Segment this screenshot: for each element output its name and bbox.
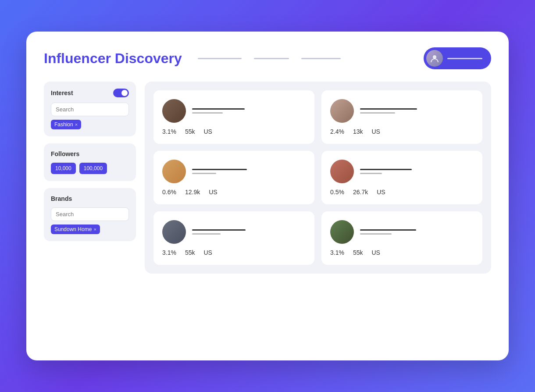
detail-line bbox=[192, 233, 221, 235]
influencer-card[interactable]: 3.1% 55k US bbox=[153, 211, 314, 265]
name-line bbox=[360, 169, 412, 170]
influencer-avatar bbox=[162, 160, 186, 183]
app-card: Influencer Discovery bbox=[26, 32, 509, 360]
card-stats: 2.4% 13k US bbox=[330, 128, 474, 135]
followers-label: Followers bbox=[51, 150, 79, 157]
country-stat: US bbox=[209, 189, 217, 196]
influencer-avatar bbox=[330, 220, 354, 244]
detail-line bbox=[360, 173, 382, 174]
influencer-avatar bbox=[330, 160, 354, 183]
brands-tag-close[interactable]: × bbox=[93, 227, 96, 232]
nav-line-2 bbox=[254, 58, 289, 59]
followers-stat: 26.7k bbox=[353, 189, 368, 196]
influencer-card[interactable]: 3.1% 55k US bbox=[153, 90, 314, 144]
followers-filter-header: Followers bbox=[51, 150, 129, 157]
followers-min-button[interactable]: 10,000 bbox=[51, 163, 76, 174]
detail-line bbox=[192, 112, 223, 114]
card-stats: 0.6% 12.9k US bbox=[162, 189, 306, 196]
sidebar: Interest Fashion × Followers 10,000 bbox=[44, 82, 136, 274]
main-content: Interest Fashion × Followers 10,000 bbox=[44, 82, 491, 274]
header-nav bbox=[198, 58, 413, 59]
followers-max-button[interactable]: 100,000 bbox=[79, 163, 107, 174]
influencer-avatar bbox=[162, 99, 186, 123]
engagement-stat: 0.5% bbox=[330, 189, 344, 196]
brands-search-input[interactable] bbox=[51, 207, 129, 221]
avatar-image bbox=[426, 50, 443, 67]
influencer-card[interactable]: 3.1% 55k US bbox=[321, 211, 482, 265]
brands-tags: Sundown Home × bbox=[51, 225, 129, 234]
followers-buttons: 10,000 100,000 bbox=[51, 163, 129, 174]
followers-stat: 55k bbox=[185, 249, 195, 256]
influencer-card[interactable]: 0.5% 26.7k US bbox=[321, 151, 482, 204]
interest-toggle[interactable] bbox=[113, 89, 129, 97]
card-info bbox=[360, 229, 474, 235]
avatar bbox=[426, 50, 443, 67]
country-stat: US bbox=[377, 189, 385, 196]
brands-filter: Brands Sundown Home × bbox=[44, 188, 136, 241]
country-stat: US bbox=[372, 128, 380, 135]
card-top bbox=[330, 99, 474, 123]
card-info bbox=[192, 169, 306, 174]
influencer-avatar bbox=[162, 220, 186, 244]
detail-line bbox=[360, 112, 395, 114]
card-info bbox=[192, 229, 306, 235]
followers-stat: 55k bbox=[185, 128, 195, 135]
card-stats: 0.5% 26.7k US bbox=[330, 189, 474, 196]
interest-search-input[interactable] bbox=[51, 103, 129, 116]
interest-filter-header: Interest bbox=[51, 89, 129, 97]
brands-filter-header: Brands bbox=[51, 195, 129, 202]
name-line bbox=[192, 229, 246, 231]
country-stat: US bbox=[372, 249, 380, 256]
detail-line bbox=[192, 173, 216, 174]
name-line bbox=[192, 108, 245, 110]
card-info bbox=[360, 108, 474, 114]
card-stats: 3.1% 55k US bbox=[330, 249, 474, 256]
card-top bbox=[162, 99, 306, 123]
followers-stat: 55k bbox=[353, 249, 363, 256]
influencer-card[interactable]: 0.6% 12.9k US bbox=[153, 151, 314, 204]
engagement-stat: 3.1% bbox=[162, 128, 176, 135]
results-grid: 3.1% 55k US 2.4% 13k US bbox=[145, 82, 491, 274]
detail-line bbox=[360, 233, 392, 235]
influencer-card[interactable]: 2.4% 13k US bbox=[321, 90, 482, 144]
nav-line-3 bbox=[301, 58, 341, 59]
card-info bbox=[360, 169, 474, 174]
brands-label: Brands bbox=[51, 195, 72, 202]
followers-stat: 13k bbox=[353, 128, 363, 135]
user-name-line bbox=[447, 58, 482, 59]
followers-filter: Followers 10,000 100,000 bbox=[44, 143, 136, 181]
card-top bbox=[162, 160, 306, 183]
svg-point-0 bbox=[433, 55, 436, 59]
brands-tag-sundown[interactable]: Sundown Home × bbox=[51, 225, 100, 234]
interest-tags: Fashion × bbox=[51, 120, 129, 129]
interest-tag-fashion[interactable]: Fashion × bbox=[51, 120, 81, 129]
interest-label: Interest bbox=[51, 89, 73, 96]
name-line bbox=[360, 108, 417, 110]
card-stats: 3.1% 55k US bbox=[162, 249, 306, 256]
engagement-stat: 2.4% bbox=[330, 128, 344, 135]
user-pill[interactable] bbox=[424, 47, 491, 69]
card-top bbox=[330, 220, 474, 244]
card-top bbox=[330, 160, 474, 183]
followers-stat: 12.9k bbox=[185, 189, 200, 196]
interest-tag-close[interactable]: × bbox=[75, 122, 78, 127]
interest-filter: Interest Fashion × bbox=[44, 82, 136, 136]
name-line bbox=[360, 229, 416, 231]
influencer-avatar bbox=[330, 99, 354, 123]
card-info bbox=[192, 108, 306, 114]
page-title: Influencer Discovery bbox=[44, 50, 182, 67]
name-line bbox=[192, 169, 247, 170]
card-stats: 3.1% 55k US bbox=[162, 128, 306, 135]
nav-line-1 bbox=[198, 58, 242, 59]
engagement-stat: 0.6% bbox=[162, 189, 176, 196]
country-stat: US bbox=[204, 128, 212, 135]
card-top bbox=[162, 220, 306, 244]
header: Influencer Discovery bbox=[44, 47, 491, 69]
country-stat: US bbox=[204, 249, 212, 256]
engagement-stat: 3.1% bbox=[330, 249, 344, 256]
engagement-stat: 3.1% bbox=[162, 249, 176, 256]
